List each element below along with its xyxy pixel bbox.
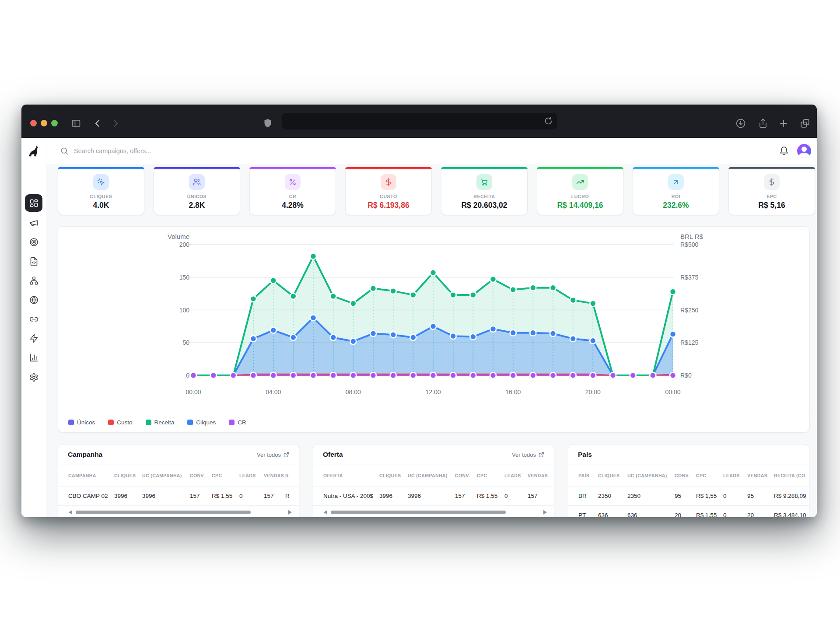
sitemap-icon xyxy=(29,276,38,285)
legend-item-receita[interactable]: Receita xyxy=(146,419,175,426)
back-icon[interactable] xyxy=(93,118,103,129)
link-icon xyxy=(29,315,38,324)
table-cell: 3996 xyxy=(114,493,142,499)
legend-item-cr[interactable]: CR xyxy=(229,419,246,426)
table-row: Nutra - USA - 200$39963996157R$ 1,550157 xyxy=(313,486,554,506)
column-header: CPC xyxy=(477,473,504,478)
column-header: VENDAS xyxy=(264,473,285,478)
table-header: País xyxy=(568,444,809,465)
kpi-card-lucro: LUCRO R$ 14.409,16 xyxy=(537,167,623,215)
kpi-icon-chip xyxy=(285,174,301,190)
scroll-left-arrow[interactable] xyxy=(324,510,327,514)
kpi-accent-bar xyxy=(58,167,144,169)
global-search[interactable] xyxy=(60,138,279,164)
table-cell: R$ 1,55 xyxy=(477,493,504,499)
kpi-icon-chip xyxy=(764,174,780,190)
url-input[interactable] xyxy=(288,115,539,128)
column-header: UC (CAMPANHA) xyxy=(408,473,455,478)
kpi-value: R$ 5,16 xyxy=(729,201,815,210)
minimize-window-button[interactable] xyxy=(41,120,47,126)
kpi-card-epc: EPC R$ 5,16 xyxy=(728,167,815,215)
table-cell: CBO CAMP 02 xyxy=(68,493,114,499)
tab-overview-icon[interactable] xyxy=(800,118,810,129)
sidebar-item-megaphone[interactable] xyxy=(25,214,42,231)
scroll-right-arrow[interactable] xyxy=(288,510,292,514)
legend-item-únicos[interactable]: Únicos xyxy=(68,419,95,426)
sidebar-item-bar-chart[interactable] xyxy=(25,349,42,366)
legend-item-custo[interactable]: Custo xyxy=(108,419,132,426)
column-header: CPC xyxy=(696,473,723,478)
downloads-icon[interactable] xyxy=(735,118,746,129)
sidebar-item-dashboard-grid[interactable] xyxy=(25,194,42,212)
column-header: RECEITA (CO xyxy=(774,473,809,478)
kpi-label: CLIQUES xyxy=(58,194,144,199)
address-bar[interactable] xyxy=(282,113,557,130)
kpi-value: 4.28% xyxy=(250,201,336,210)
sidebar-item-globe[interactable] xyxy=(25,291,42,308)
app-topbar xyxy=(21,138,817,164)
bar-chart-icon xyxy=(29,353,38,362)
svg-text:20:00: 20:00 xyxy=(585,388,601,396)
kpi-label: CUSTO xyxy=(346,194,431,199)
scrollbar-thumb[interactable] xyxy=(331,511,506,514)
zoom-window-button[interactable] xyxy=(51,120,58,126)
column-header: CLIQUES xyxy=(598,473,627,478)
kpi-label: CR xyxy=(250,194,336,199)
table-cell: R$ 1,55 xyxy=(696,493,723,499)
table-scrollbar[interactable] xyxy=(58,508,299,516)
scroll-left-arrow[interactable] xyxy=(69,510,72,514)
user-avatar[interactable] xyxy=(797,144,811,158)
view-all-link[interactable]: Ver todos xyxy=(257,452,289,458)
notifications-bell-icon[interactable] xyxy=(779,146,789,156)
column-header: UC (CAMPANHA) xyxy=(627,473,675,478)
svg-text:00:00: 00:00 xyxy=(665,388,680,396)
svg-text:00:00: 00:00 xyxy=(186,388,201,396)
kpi-value: R$ 20.603,02 xyxy=(441,201,527,210)
table-cell: R xyxy=(285,493,299,499)
table-header: OfertaVer todos xyxy=(313,444,554,465)
kpi-value: 232.6% xyxy=(633,201,719,210)
scrollbar-thumb[interactable] xyxy=(76,511,251,514)
sidebar-item-link[interactable] xyxy=(25,310,42,328)
legend-swatch xyxy=(108,420,114,425)
scroll-right-arrow[interactable] xyxy=(543,510,547,514)
sidebar-item-settings[interactable] xyxy=(25,368,42,386)
view-all-link[interactable]: Ver todos xyxy=(512,452,544,458)
app-logo[interactable] xyxy=(21,138,46,164)
table-cell: 157 xyxy=(190,493,212,499)
search-icon xyxy=(60,147,69,155)
sidebar-item-zap[interactable] xyxy=(25,329,42,347)
search-input[interactable] xyxy=(73,147,259,155)
svg-text:150: 150 xyxy=(179,274,190,281)
kpi-label: ÚNICOS xyxy=(154,194,240,199)
browser-sidebar-toggle-icon[interactable] xyxy=(71,118,81,129)
kpi-card-custo: CUSTO R$ 6.193,86 xyxy=(345,167,432,215)
close-window-button[interactable] xyxy=(30,120,37,126)
column-header: LEADS xyxy=(504,473,528,478)
table-cell: 157 xyxy=(264,493,285,499)
column-header: CLIQUES xyxy=(379,473,408,478)
share-icon[interactable] xyxy=(758,118,768,129)
table-cell: 2350 xyxy=(598,493,627,499)
sidebar-item-target[interactable] xyxy=(25,233,42,251)
percent-icon xyxy=(289,178,297,186)
sidebar-item-sitemap[interactable] xyxy=(25,272,42,289)
sidebar-item-file-code[interactable] xyxy=(25,252,42,270)
svg-text:100: 100 xyxy=(179,307,190,314)
target-icon xyxy=(29,238,38,247)
new-tab-icon[interactable] xyxy=(778,118,789,129)
external-link-icon xyxy=(539,452,544,458)
kpi-row: CLIQUES 4.0K ÚNICOS 2.8K CR 4.28% CUSTO … xyxy=(58,167,809,214)
svg-text:200: 200 xyxy=(179,241,190,248)
forward-icon[interactable] xyxy=(110,118,120,129)
main-content: CLIQUES 4.0K ÚNICOS 2.8K CR 4.28% CUSTO … xyxy=(46,164,817,517)
column-header: LEADS xyxy=(239,473,264,478)
table-cell: 636 xyxy=(627,512,675,517)
table-cell: 636 xyxy=(598,512,627,517)
reload-icon[interactable] xyxy=(544,116,553,126)
legend-item-cliques[interactable]: Cliques xyxy=(187,419,216,426)
table-cell: 0 xyxy=(504,493,528,499)
table-cell: PT xyxy=(578,512,598,517)
table-scrollbar[interactable] xyxy=(313,508,554,516)
privacy-shield-icon[interactable] xyxy=(262,118,273,129)
